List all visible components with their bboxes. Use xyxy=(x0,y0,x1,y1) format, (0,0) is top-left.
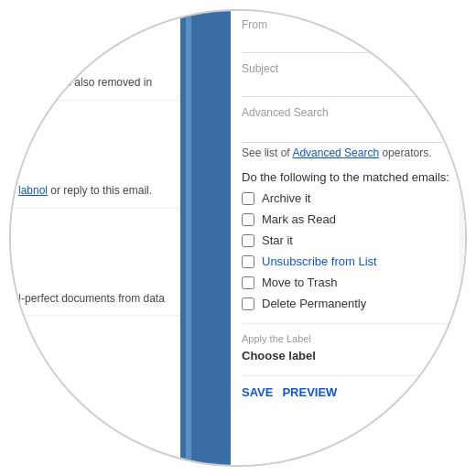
archive-label: Archive it xyxy=(262,191,310,205)
chevron-down-icon: ▼ xyxy=(445,348,458,362)
scrollbar-thumb xyxy=(460,38,465,112)
mark-as-read-label: Mark as Read xyxy=(262,212,336,226)
checkbox-row-trash: Move to Trash xyxy=(242,276,458,289)
save-button[interactable]: SAVE xyxy=(242,385,273,399)
star-checkbox[interactable] xyxy=(242,234,254,247)
delete-checkbox[interactable] xyxy=(242,298,254,310)
checkbox-row-delete: Delete Permanently xyxy=(242,297,458,310)
preview-button[interactable]: PREVIEW xyxy=(282,385,337,399)
email-item-1: ail footer is also removed in xyxy=(11,66,180,101)
checkbox-row-archive: Archive it xyxy=(242,191,458,205)
trash-checkbox[interactable] xyxy=(242,276,254,289)
unsubscribe-label: Unsubscribe from List xyxy=(262,254,377,268)
advanced-search-note: See list of Advanced Search operators. xyxy=(242,146,458,159)
email-link-suffix: or reply to this email. xyxy=(48,184,152,197)
scrollbar[interactable] xyxy=(460,11,465,467)
advanced-search-note-prefix: See list of xyxy=(242,146,292,159)
action-buttons: SAVE PREVIEW xyxy=(242,375,458,399)
from-field: From xyxy=(242,18,458,53)
mark-as-read-checkbox[interactable] xyxy=(242,213,254,226)
email-text-1: ail footer is also removed in xyxy=(18,76,152,89)
do-following-label: Do the following to the matched emails: xyxy=(242,170,458,184)
from-input[interactable] xyxy=(242,33,458,53)
blue-sidebar-inner xyxy=(186,11,191,467)
trash-label: Move to Trash xyxy=(262,276,337,289)
advanced-search-note-suffix: operators. xyxy=(379,146,431,159)
checkbox-row-star: Star it xyxy=(242,233,458,247)
checkbox-row-mark-as-read: Mark as Read xyxy=(242,212,458,226)
subject-label: Subject xyxy=(242,62,458,75)
checkbox-row-unsubscribe: Unsubscribe from List xyxy=(242,254,458,268)
email-item-3: |-perfect documents from data xyxy=(11,282,180,317)
email-item-2: labnol or reply to this email. xyxy=(11,174,180,209)
apply-label-section: Apply the Label Choose label ▼ xyxy=(242,323,458,362)
apply-label-text: Apply the Label xyxy=(242,333,458,344)
subject-input[interactable] xyxy=(242,77,458,97)
advanced-search-link[interactable]: Advanced Search xyxy=(292,146,379,159)
advanced-search-label: Advanced Search xyxy=(242,106,458,119)
archive-checkbox[interactable] xyxy=(242,192,254,205)
from-label: From xyxy=(242,18,458,31)
choose-label-row[interactable]: Choose label ▼ xyxy=(242,348,458,362)
delete-label: Delete Permanently xyxy=(262,297,366,310)
labnol-link[interactable]: labnol xyxy=(18,184,48,197)
unsubscribe-checkbox[interactable] xyxy=(242,255,254,268)
subject-field: Subject xyxy=(242,62,458,97)
filter-panel: From Subject Advanced Search See list of… xyxy=(231,11,467,467)
choose-label: Choose label xyxy=(242,349,316,362)
advanced-search-section: Advanced Search See list of Advanced Sea… xyxy=(242,106,458,159)
advanced-search-input[interactable] xyxy=(242,123,458,143)
star-label: Star it xyxy=(262,233,293,247)
email-text-3: |-perfect documents from data xyxy=(18,292,165,305)
blue-sidebar xyxy=(180,11,231,467)
email-list-panel: ail footer is also removed in labnol or … xyxy=(11,11,180,467)
